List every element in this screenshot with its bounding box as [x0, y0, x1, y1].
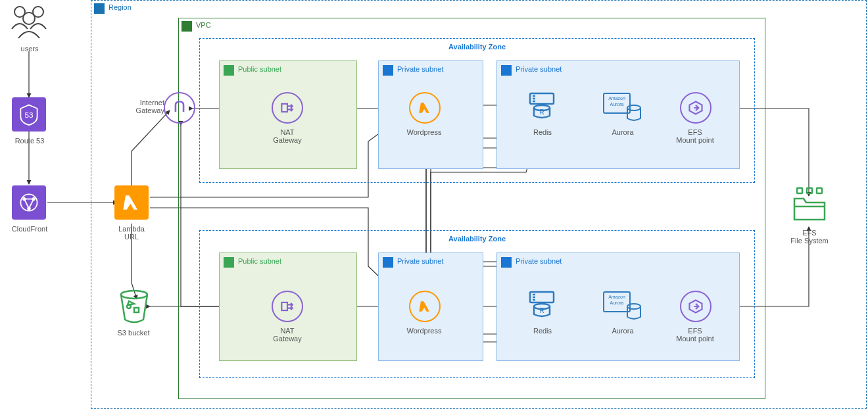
az-top-label: Availability Zone [448, 43, 506, 51]
redis-bottom-icon: R [526, 288, 558, 320]
vpc-badge-icon [181, 21, 192, 32]
aurora-top-icon: Amazon Aurora [602, 89, 643, 124]
private-subnet-top-a-label: Private subnet [397, 65, 443, 73]
private-subnet-bottom-b-label: Private subnet [516, 257, 562, 265]
lambda-url-label: Lambda URL [102, 225, 161, 241]
svg-rect-38 [817, 188, 822, 193]
private-subnet-bottom-a-label: Private subnet [397, 257, 443, 265]
svg-text:53: 53 [24, 110, 33, 119]
cloudfront-icon [12, 185, 46, 220]
efs-filesystem-label: EFS File System [780, 229, 839, 245]
s3-bucket-icon [118, 289, 150, 324]
svg-text:Amazon: Amazon [608, 295, 625, 299]
svg-rect-36 [797, 188, 802, 193]
svg-point-11 [23, 12, 35, 24]
private-subnet-top-b-label: Private subnet [516, 65, 562, 73]
wordpress-top-label: Wordpress [395, 128, 454, 136]
lambda-url-icon [114, 185, 149, 220]
users-label: users [0, 45, 59, 53]
architecture-diagram: Region VPC Availability Zone Availabilit… [0, 0, 868, 409]
internet-gateway-icon [164, 92, 195, 124]
efs-mount-top-icon [680, 92, 711, 124]
internet-gateway-label: Internet Gateway [132, 99, 164, 114]
wordpress-top-icon [409, 92, 441, 124]
efs-mount-bottom-label: EFS Mount point [665, 327, 725, 343]
private-subnet-bottom-a-icon [383, 257, 393, 268]
public-subnet-bottom-icon [224, 257, 234, 268]
nat-gateway-top-icon [272, 92, 303, 124]
private-subnet-bottom-b-icon [501, 257, 512, 268]
route53-label: Route 53 [0, 137, 59, 145]
vpc-label: VPC [196, 21, 211, 29]
svg-rect-19 [134, 308, 139, 312]
region-badge-icon [94, 3, 105, 14]
svg-text:Amazon: Amazon [608, 96, 625, 101]
efs-mount-top-label: EFS Mount point [665, 128, 725, 144]
efs-mount-bottom-icon [680, 291, 711, 322]
private-subnet-top-a-icon [383, 65, 393, 76]
svg-text:R: R [539, 307, 544, 314]
aurora-top-label: Aurora [593, 128, 652, 136]
efs-filesystem-icon [790, 185, 829, 224]
nat-gateway-bottom-icon [272, 291, 303, 322]
az-bottom-label: Availability Zone [448, 235, 506, 243]
svg-rect-37 [807, 188, 812, 193]
svg-point-17 [121, 291, 147, 299]
svg-text:R: R [539, 108, 544, 116]
wordpress-bottom-icon [409, 291, 441, 322]
svg-rect-20 [281, 104, 287, 112]
nat-gateway-top-label: NAT Gateway [258, 128, 317, 144]
nat-gateway-bottom-label: NAT Gateway [258, 327, 317, 343]
private-subnet-top-b-icon [501, 65, 512, 76]
s3-bucket-label: S3 bucket [104, 329, 163, 337]
svg-rect-21 [281, 302, 287, 310]
public-subnet-top-icon [224, 65, 234, 76]
cloudfront-label: CloudFront [0, 225, 59, 233]
region-label: Region [108, 3, 132, 11]
route53-icon: 53 [12, 97, 46, 132]
aurora-bottom-label: Aurora [593, 327, 652, 335]
redis-top-icon: R [526, 89, 558, 121]
public-subnet-bottom-label: Public subnet [238, 257, 281, 265]
users-icon [9, 3, 49, 41]
svg-text:Aurora: Aurora [610, 102, 623, 107]
redis-top-label: Redis [513, 128, 572, 136]
aurora-bottom-icon: Amazon Aurora [602, 288, 643, 322]
public-subnet-top-label: Public subnet [238, 65, 281, 73]
svg-text:Aurora: Aurora [610, 301, 623, 305]
wordpress-bottom-label: Wordpress [395, 327, 454, 335]
redis-bottom-label: Redis [513, 327, 572, 335]
